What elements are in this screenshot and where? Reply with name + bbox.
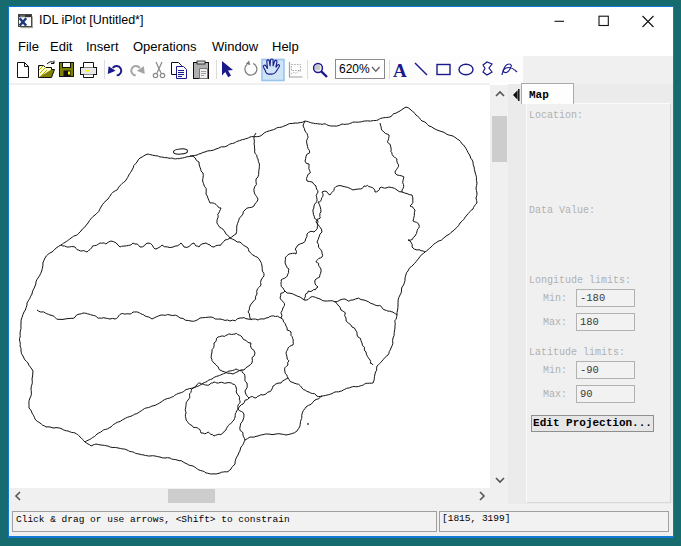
- svg-text:A: A: [393, 60, 407, 81]
- svg-text:620%: 620%: [339, 62, 370, 76]
